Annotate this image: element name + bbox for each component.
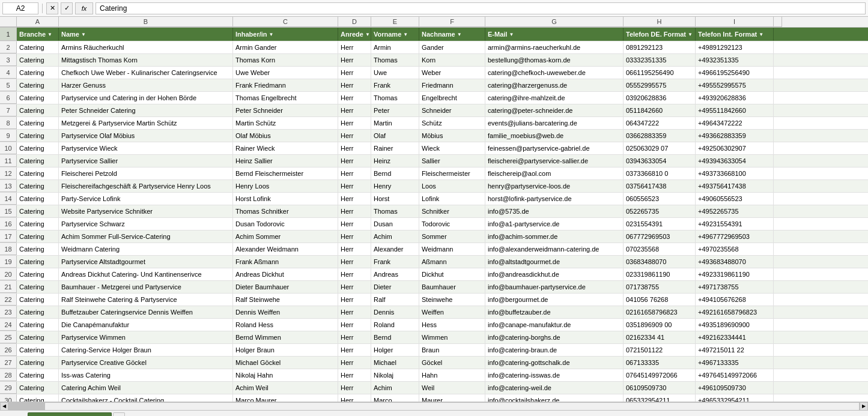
cell-telefon-int[interactable]: +4970235568 bbox=[696, 243, 774, 255]
cell-anrede[interactable]: Herr bbox=[338, 382, 371, 394]
cell-inhaber[interactable]: Marco Maurer bbox=[233, 394, 338, 402]
cell-email[interactable]: info@a1-partyservice.de bbox=[485, 218, 624, 230]
cell-vorname[interactable]: Henry bbox=[371, 180, 419, 192]
h-scrollbar-thumb[interactable] bbox=[9, 403, 45, 410]
cell-anrede[interactable]: Herr bbox=[338, 331, 371, 343]
cell-email[interactable]: catering@ihre-mahlzeit.de bbox=[485, 92, 624, 104]
cell-email[interactable]: horst@lofink-partyservice.de bbox=[485, 193, 624, 205]
cell-name[interactable]: Metzgerei & Partyservice Martin Schütz bbox=[59, 117, 233, 129]
cell-name[interactable]: Partyservice Olaf Möbius bbox=[59, 130, 233, 142]
cell-reference-box[interactable]: A2 bbox=[2, 2, 38, 14]
cell-name[interactable]: Partyservice Schwarz bbox=[59, 218, 233, 230]
filter-arrow-b[interactable]: ▼ bbox=[81, 32, 86, 37]
row-num[interactable]: 29 bbox=[0, 382, 17, 394]
cell-telefon-de[interactable]: 0511842660 bbox=[624, 104, 696, 116]
row-num[interactable]: 26 bbox=[0, 344, 17, 356]
col-header-i[interactable]: I bbox=[696, 17, 774, 27]
cell-branche[interactable]: Catering bbox=[17, 243, 59, 255]
cell-anrede[interactable]: Herr bbox=[338, 319, 371, 331]
header-name[interactable]: Name ▼ bbox=[59, 28, 233, 41]
table-row[interactable]: 15CateringWebsite Partyservice Schnitker… bbox=[0, 205, 868, 218]
cell-branche[interactable]: Catering bbox=[17, 394, 59, 402]
cell-inhaber[interactable]: Bernd Fleischermeister bbox=[233, 167, 338, 179]
table-row[interactable]: 14CateringParty-Service LofinkHorst Lofi… bbox=[0, 193, 868, 205]
row-num[interactable]: 10 bbox=[0, 142, 17, 154]
cell-telefon-de[interactable]: 03756417438 bbox=[624, 180, 696, 192]
cell-telefon-de[interactable]: 067772969503 bbox=[624, 231, 696, 243]
filter-arrow-e[interactable]: ▼ bbox=[403, 32, 408, 37]
cell-anrede[interactable]: Herr bbox=[338, 344, 371, 356]
cell-email[interactable]: info@catering-borghs.de bbox=[485, 331, 624, 343]
cell-telefon-de[interactable]: 02161658796823 bbox=[624, 306, 696, 318]
row-num[interactable]: 30 bbox=[0, 394, 17, 402]
cell-vorname[interactable]: Ralf bbox=[371, 294, 419, 306]
cell-name[interactable]: Party-Service Lofink bbox=[59, 193, 233, 205]
row-num[interactable]: 15 bbox=[0, 205, 17, 217]
cell-nachname[interactable]: Lofink bbox=[419, 193, 485, 205]
cell-vorname[interactable]: Michael bbox=[371, 357, 419, 369]
cell-nachname[interactable]: Todorovic bbox=[419, 218, 485, 230]
cell-email[interactable]: info@buffetzauber.de bbox=[485, 306, 624, 318]
cell-nachname[interactable]: Wimmen bbox=[419, 331, 485, 343]
cell-anrede[interactable]: Herr bbox=[338, 54, 371, 66]
cell-email[interactable]: info@catering-weil.de bbox=[485, 382, 624, 394]
cell-nachname[interactable]: Weiffen bbox=[419, 306, 485, 318]
cell-nachname[interactable]: Engelbrecht bbox=[419, 92, 485, 104]
cell-vorname[interactable]: Thomas bbox=[371, 205, 419, 217]
row-num[interactable]: 28 bbox=[0, 369, 17, 381]
row-num[interactable]: 6 bbox=[0, 92, 17, 104]
cell-inhaber[interactable]: Uwe Weber bbox=[233, 67, 338, 79]
table-row[interactable]: 29CateringCatering Achim WeilAchim WeilH… bbox=[0, 382, 868, 394]
cell-telefon-int[interactable]: +496109509730 bbox=[696, 382, 774, 394]
cell-inhaber[interactable]: Dieter Baumhauer bbox=[233, 281, 338, 293]
row-num[interactable]: 21 bbox=[0, 281, 17, 293]
cell-inhaber[interactable]: Martin Schütz bbox=[233, 117, 338, 129]
cell-anrede[interactable]: Herr bbox=[338, 205, 371, 217]
cell-email[interactable]: henry@partyservice-loos.de bbox=[485, 180, 624, 192]
cell-name[interactable]: Armins Räucherkuchl bbox=[59, 41, 233, 53]
cell-email[interactable]: catering@harzergenuss.de bbox=[485, 79, 624, 91]
cell-nachname[interactable]: Hess bbox=[419, 319, 485, 331]
cell-vorname[interactable]: Nikolaj bbox=[371, 369, 419, 381]
cell-telefon-de[interactable]: 060556523 bbox=[624, 193, 696, 205]
cell-vorname[interactable]: Achim bbox=[371, 382, 419, 394]
cell-vorname[interactable]: Roland bbox=[371, 319, 419, 331]
cell-telefon-int[interactable]: +4935189690900 bbox=[696, 319, 774, 331]
cell-branche[interactable]: Catering bbox=[17, 142, 59, 154]
cell-inhaber[interactable]: Michael Göckel bbox=[233, 357, 338, 369]
cell-branche[interactable]: Catering bbox=[17, 306, 59, 318]
cell-email[interactable]: catering@chefkoch-uweweber.de bbox=[485, 67, 624, 79]
cell-anrede[interactable]: Herr bbox=[338, 180, 371, 192]
cell-telefon-de[interactable]: 03683488070 bbox=[624, 256, 696, 268]
cell-name[interactable]: Partyservice Creative Göckel bbox=[59, 357, 233, 369]
cell-branche[interactable]: Catering bbox=[17, 331, 59, 343]
cell-inhaber[interactable]: Armin Gander bbox=[233, 41, 338, 53]
cell-telefon-int[interactable]: +49231554391 bbox=[696, 218, 774, 230]
cell-email[interactable]: info@achim-sommer.de bbox=[485, 231, 624, 243]
cell-inhaber[interactable]: Nikolaj Hahn bbox=[233, 369, 338, 381]
cell-vorname[interactable]: Holger bbox=[371, 344, 419, 356]
col-header-b[interactable]: B bbox=[59, 17, 233, 27]
cell-telefon-int[interactable]: +4965332954211 bbox=[696, 394, 774, 402]
cell-name[interactable]: Die Canapémanufaktur bbox=[59, 319, 233, 331]
cell-email[interactable]: feinessen@partyservice-gabriel.de bbox=[485, 142, 624, 154]
cell-vorname[interactable]: Horst bbox=[371, 193, 419, 205]
cell-email[interactable]: info@catering-braun.de bbox=[485, 344, 624, 356]
cell-email[interactable]: info@bergourmet.de bbox=[485, 294, 624, 306]
cell-vorname[interactable]: Dieter bbox=[371, 281, 419, 293]
cell-telefon-de[interactable]: 023319861190 bbox=[624, 268, 696, 280]
cell-inhaber[interactable]: Ralf Steinwehe bbox=[233, 294, 338, 306]
cell-email[interactable]: armin@armins-raeucherkuhl.de bbox=[485, 41, 624, 53]
cell-email[interactable]: fleischereip@aol.com bbox=[485, 167, 624, 179]
cell-telefon-int[interactable]: +4971738755 bbox=[696, 281, 774, 293]
cell-telefon-de[interactable]: 065332954211 bbox=[624, 394, 696, 402]
cell-anrede[interactable]: Herr bbox=[338, 92, 371, 104]
row-num[interactable]: 8 bbox=[0, 117, 17, 129]
cell-anrede[interactable]: Herr bbox=[338, 41, 371, 53]
row-num[interactable]: 22 bbox=[0, 294, 17, 306]
cell-email[interactable]: bestellung@thomas-korn.de bbox=[485, 54, 624, 66]
cell-name[interactable]: Partyservice Wieck bbox=[59, 142, 233, 154]
cell-anrede[interactable]: Herr bbox=[338, 357, 371, 369]
cell-vorname[interactable]: Thomas bbox=[371, 92, 419, 104]
cell-telefon-de[interactable]: 05552995575 bbox=[624, 79, 696, 91]
